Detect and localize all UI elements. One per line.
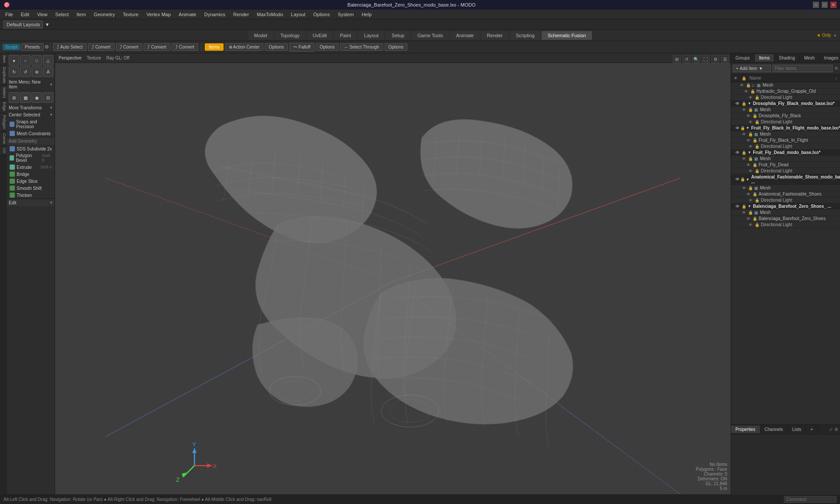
items-button[interactable]: Items [205, 43, 223, 51]
options-button-2[interactable]: Options [316, 43, 339, 51]
list-item[interactable]: 👁 🔒 ▦ Mesh [731, 107, 840, 113]
menu-maxtomodo[interactable]: MaxToModo [253, 11, 287, 18]
list-item[interactable]: 👁 🔒 Anatomical_Fashionable_Shoes [731, 191, 840, 197]
maximize-button[interactable]: □ [822, 2, 828, 8]
snaps-precision-item[interactable]: Snaps and Precision [7, 119, 55, 130]
bottom-expand-icon[interactable]: ⤢ [829, 427, 833, 432]
gear-icon[interactable]: ⚙ [45, 44, 49, 50]
list-item[interactable]: 👁 🔒 ▼ Fruit_Fly_Black_In_Flight_modo_bas… [731, 125, 840, 131]
list-item[interactable]: 👁 🔒 ▼ Anatomical_Fashionable_Shoes_modo_… [731, 174, 840, 185]
tool-edge-slice[interactable]: Edge Slice [7, 178, 55, 185]
menu-select[interactable]: Select [52, 11, 72, 18]
right-tab-mesh[interactable]: Mesh [800, 54, 819, 62]
convert-button-2[interactable]: ⤴ Convert [116, 43, 143, 51]
sort-icon[interactable]: ↕ [836, 76, 838, 80]
filter-items-input[interactable] [773, 65, 833, 72]
select-through-button[interactable]: ↔ Select Through [340, 43, 383, 51]
tool-icon-rotate-l[interactable]: ↺ [20, 66, 31, 77]
item-menu-dropdown[interactable]: Item Menu: New Item ▼ [7, 79, 55, 91]
tab-game-tools[interactable]: Game Tools [411, 31, 449, 40]
tool-icon-table[interactable]: ▦ [20, 92, 31, 103]
convert-button-1[interactable]: ⤴ Convert [88, 43, 115, 51]
list-item[interactable]: 👁 🔒 ▼ Drosophila_Fly_Black_modo_base.lxo… [731, 101, 840, 107]
tool-smooth-shift[interactable]: Smooth Shift [7, 185, 55, 192]
tool-icon-ring[interactable]: ○ [20, 55, 31, 66]
menu-edit[interactable]: Edit [18, 11, 33, 18]
list-item[interactable]: 👁 🔒 ▦ Mesh [731, 185, 840, 191]
vert-tab-curve[interactable]: Curve [0, 132, 7, 146]
menu-dynamics[interactable]: Dynamics [201, 11, 229, 18]
list-item[interactable]: 👁 🔒 Directional Light [731, 168, 840, 174]
options-button-1[interactable]: Options [265, 43, 287, 51]
tool-icon-rotate-r[interactable]: ↻ [9, 66, 19, 77]
tool-icon-add[interactable]: ⊕ [32, 66, 42, 77]
viewport-icon-1[interactable]: ⊞ [673, 55, 681, 63]
tool-icon-minus[interactable]: ⊟ [43, 92, 53, 103]
list-item[interactable]: 👁 🔒 Directional Light [731, 119, 840, 125]
menu-file[interactable]: File [2, 11, 17, 18]
viewport-icon-4[interactable]: ⛶ [702, 55, 710, 63]
tool-icon-box[interactable]: □ [32, 55, 42, 66]
vert-tab-edge[interactable]: Edge [0, 100, 7, 113]
tab-layout[interactable]: Layout [358, 31, 385, 40]
menu-help[interactable]: Help [358, 11, 375, 18]
viewport[interactable]: Perspective Texture Ray GL: Off ⊞ ↺ 🔍 ⛶ … [55, 53, 731, 494]
vert-tab-item[interactable]: Item [0, 53, 7, 65]
list-item[interactable]: 👁 🔒 Directional Light [731, 144, 840, 150]
mesh-constraints-item[interactable]: Mesh Constraints [7, 130, 55, 137]
viewport-icon-3[interactable]: 🔍 [692, 55, 700, 63]
list-item[interactable]: 👁 🔒 Directional Light [731, 222, 840, 228]
tab-render[interactable]: Render [481, 31, 509, 40]
minimize-button[interactable]: ─ [813, 2, 819, 8]
vert-tab-select[interactable]: Select [0, 85, 7, 100]
menu-view[interactable]: View [34, 11, 51, 18]
menu-layout[interactable]: Layout [287, 11, 309, 18]
tool-bridge[interactable]: Bridge [7, 171, 55, 178]
right-bottom-tab-add[interactable]: + [806, 426, 818, 433]
menu-vertex-map[interactable]: Vertex Map [143, 11, 175, 18]
tab-animate[interactable]: Animate [450, 31, 480, 40]
convert-button-4[interactable]: ⤴ Convert [172, 43, 198, 51]
layout-dropdown[interactable]: Default Layouts [4, 21, 43, 28]
bottom-settings-icon[interactable]: ⚙ [834, 427, 838, 432]
menu-animate[interactable]: Animate [175, 11, 200, 18]
menu-system[interactable]: System [334, 11, 357, 18]
list-item[interactable]: 👁 🔒 Hydraulic_Scrap_Grapple_Old [731, 88, 840, 94]
add-item-button[interactable]: + Add Item ▼ [733, 65, 771, 72]
right-bottom-tab-channels[interactable]: Channels [760, 426, 788, 433]
list-item[interactable]: 👁 🔒 ▷ ▦ Mesh [731, 82, 840, 88]
vert-tab-polygon[interactable]: Polygon [0, 113, 7, 132]
right-tab-groups[interactable]: Groups [731, 54, 755, 62]
edit-dropdown[interactable]: Edit ▼ [9, 200, 53, 205]
viewport-icon-5[interactable]: ⚙ [711, 55, 719, 63]
tool-icon-target[interactable]: ◉ [32, 92, 42, 103]
right-tab-images[interactable]: Images [819, 54, 840, 62]
vert-tab-duplicate[interactable]: Duplicate [0, 65, 7, 86]
presets-button[interactable]: Presets [21, 43, 44, 51]
list-item[interactable]: 👁 🔒 ▦ Mesh [731, 156, 840, 162]
list-item[interactable]: 👁 🔒 Drosophila_Fly_Black [731, 113, 840, 119]
list-item[interactable]: 👁 🔒 Fruit_Fly_Black_In_Flight [731, 137, 840, 144]
filter-close-icon[interactable]: ✕ [834, 66, 838, 71]
tool-extrude[interactable]: Extrude Shift-X [7, 164, 55, 171]
list-item[interactable]: 👁 🔒 Balenciaga_Barefoot_Zero_Shoes [731, 216, 840, 222]
list-item[interactable]: 👁 🔒 ▼ Fruit_Fly_Dead_modo_base.lxo* [731, 150, 840, 156]
right-tab-shading[interactable]: Shading [774, 54, 800, 62]
convert-button-3[interactable]: ⤴ Convert [144, 43, 170, 51]
tab-schematic-fusion[interactable]: Schematic Fusion [542, 31, 592, 40]
falloff-button[interactable]: 〜 Falloff [289, 43, 315, 52]
list-item[interactable]: 👁 🔒 Directional Light [731, 94, 840, 101]
center-selected-dropdown[interactable]: Center Selected ▼ [7, 112, 55, 119]
vert-tab-uv[interactable]: UV [0, 146, 7, 156]
item-list[interactable]: 👁 🔒 ▷ ▦ Mesh 👁 🔒 Hydraulic_Scrap_Grapple… [731, 82, 840, 424]
tab-paint[interactable]: Paint [334, 31, 357, 40]
menu-texture[interactable]: Texture [119, 11, 142, 18]
tool-polygon-bevel[interactable]: Polygon Bevel Shift-B [7, 152, 55, 164]
options-button-3[interactable]: Options [385, 43, 407, 51]
more-transforms-dropdown[interactable]: More Transforms ▼ [7, 105, 55, 112]
right-bottom-tab-lists[interactable]: Lists [788, 426, 806, 433]
viewport-icon-6[interactable]: ☰ [721, 55, 729, 63]
list-item[interactable]: 👁 🔒 Directional Light [731, 197, 840, 203]
menu-geometry[interactable]: Geometry [90, 11, 118, 18]
viewport-icon-2[interactable]: ↺ [682, 55, 690, 63]
